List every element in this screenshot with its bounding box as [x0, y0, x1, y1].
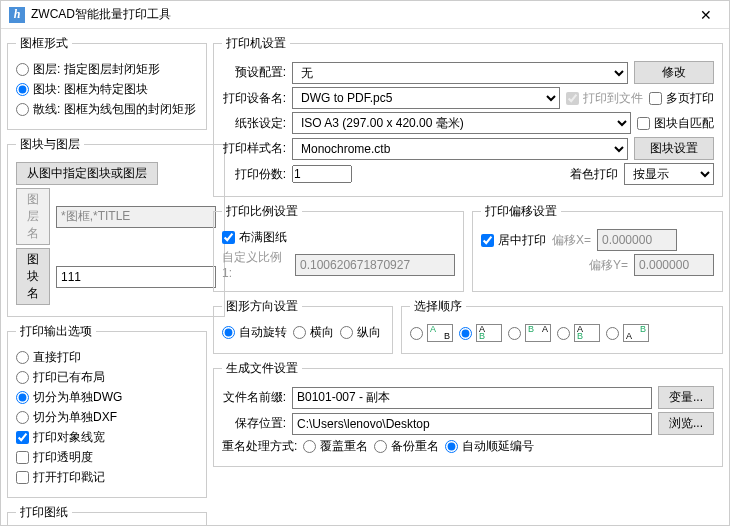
layer-name-input	[56, 206, 216, 228]
app-icon: h	[9, 7, 25, 23]
layer-name-button: 图层名	[16, 188, 50, 245]
dup-backup[interactable]: 备份重名	[374, 438, 439, 455]
printer-group: 打印机设置 预设配置:无修改 打印设备名:DWG to PDF.pc5打印到文件…	[213, 35, 723, 197]
center-print[interactable]: 居中打印	[481, 232, 546, 249]
out-layout[interactable]: 打印已有布局	[16, 369, 105, 386]
order-4[interactable]	[557, 324, 600, 342]
window-title: ZWCAD智能批量打印工具	[31, 6, 691, 23]
order-group: 选择顺序	[401, 298, 723, 354]
print-to-file: 打印到文件	[566, 90, 643, 107]
scale-group: 打印比例设置 布满图纸 自定义比例1:	[213, 203, 464, 292]
titlebar: h ZWCAD智能批量打印工具 ✕	[1, 1, 729, 29]
orient-v[interactable]: 纵向	[340, 324, 381, 341]
pick-from-drawing-button[interactable]: 从图中指定图块或图层	[16, 162, 158, 185]
device-select[interactable]: DWG to PDF.pc5	[292, 87, 560, 109]
prefix-input[interactable]	[292, 387, 652, 409]
browse-button[interactable]: 浏览...	[658, 412, 714, 435]
preset-select[interactable]: 无	[292, 62, 628, 84]
generate-group: 生成文件设置 文件名前缀:变量... 保存位置:浏览... 重名处理方式: 覆盖…	[213, 360, 723, 467]
copies-input[interactable]	[292, 165, 352, 183]
sheets-group: 打印图纸 选择批量图纸 选中图纸:0亮显...	[7, 504, 207, 526]
style-select[interactable]: Monochrome.ctb	[292, 138, 628, 160]
block-name-input[interactable]	[56, 266, 216, 288]
out-dwg[interactable]: 切分为单独DWG	[16, 389, 122, 406]
frame-opt-layer[interactable]: 图层: 指定图层封闭矩形	[16, 61, 160, 78]
offset-y-input	[634, 254, 714, 276]
order-5[interactable]	[606, 324, 649, 342]
block-name-button[interactable]: 图块名	[16, 248, 50, 305]
offset-x-input	[597, 229, 677, 251]
order-2[interactable]	[459, 324, 502, 342]
orient-h[interactable]: 横向	[293, 324, 334, 341]
variable-button[interactable]: 变量...	[658, 386, 714, 409]
out-lineweight[interactable]: 打印对象线宽	[16, 429, 105, 446]
orient-auto[interactable]: 自动旋转	[222, 324, 287, 341]
path-input[interactable]	[292, 413, 652, 435]
frame-opt-block[interactable]: 图块: 图框为特定图块	[16, 81, 148, 98]
out-transparency[interactable]: 打印透明度	[16, 449, 93, 466]
dup-auto[interactable]: 自动顺延编号	[445, 438, 534, 455]
fit-paper[interactable]: 布满图纸	[222, 229, 287, 246]
custom-scale-input	[295, 254, 455, 276]
order-3[interactable]	[508, 324, 551, 342]
close-button[interactable]: ✕	[691, 7, 721, 23]
out-stamp[interactable]: 打开打印戳记	[16, 469, 105, 486]
block-settings-button[interactable]: 图块设置	[634, 137, 714, 160]
offset-group: 打印偏移设置 居中打印偏移X= 偏移Y=	[472, 203, 723, 292]
paper-select[interactable]: ISO A3 (297.00 x 420.00 毫米)	[292, 112, 631, 134]
block-automatch[interactable]: 图块自匹配	[637, 115, 714, 132]
frame-opt-line[interactable]: 散线: 图框为线包围的封闭矩形	[16, 101, 196, 118]
multi-page[interactable]: 多页打印	[649, 90, 714, 107]
out-direct[interactable]: 直接打印	[16, 349, 81, 366]
modify-button[interactable]: 修改	[634, 61, 714, 84]
output-options-group: 打印输出选项 直接打印 打印已有布局 切分为单独DWG 切分为单独DXF 打印对…	[7, 323, 207, 498]
out-dxf[interactable]: 切分为单独DXF	[16, 409, 117, 426]
order-1[interactable]	[410, 324, 453, 342]
frame-form-legend: 图框形式	[16, 35, 72, 52]
frame-form-group: 图框形式 图层: 指定图层封闭矩形 图块: 图框为特定图块 散线: 图框为线包围…	[7, 35, 207, 130]
dup-overwrite[interactable]: 覆盖重名	[303, 438, 368, 455]
block-layer-group: 图块与图层 从图中指定图块或图层 图层名 图块名	[7, 136, 225, 317]
orientation-group: 图形方向设置 自动旋转 横向 纵向	[213, 298, 393, 354]
shade-select[interactable]: 按显示	[624, 163, 714, 185]
